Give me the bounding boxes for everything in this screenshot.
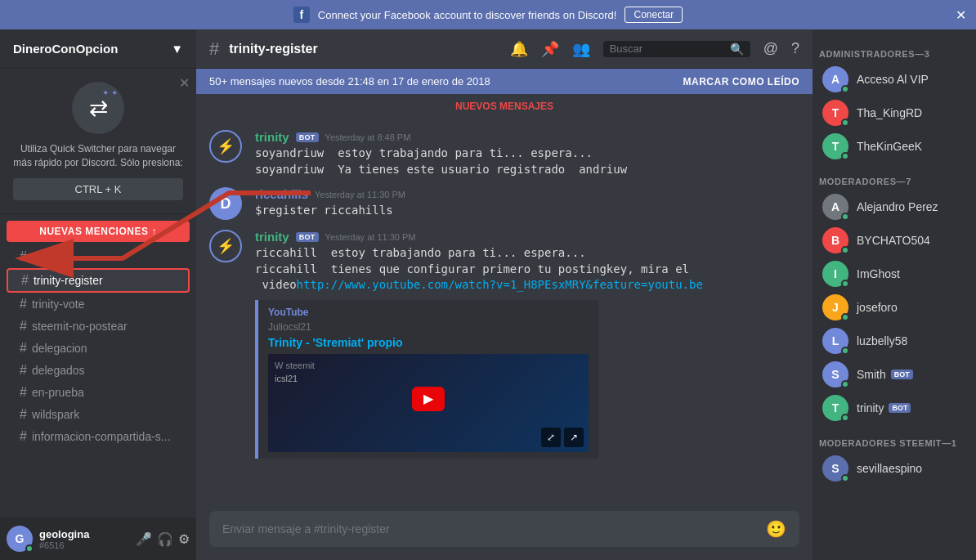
member-avatar: A [822, 194, 848, 220]
member-item-bychato504[interactable]: B BYCHATO504 [816, 224, 973, 257]
member-name: Alejandro Perez [857, 200, 938, 213]
message-group-0: ⚡ trinity BOT Yesterday at 8:48 PM soyan… [196, 125, 813, 182]
channel-name: trinity-register [229, 42, 317, 56]
member-item-trinity[interactable]: T trinity BOT [816, 392, 973, 424]
member-avatar: J [822, 294, 848, 320]
member-status [841, 414, 849, 422]
member-item-joseforo[interactable]: J joseforo [816, 291, 973, 324]
member-item-acceso-al-vip[interactable]: A Acceso Al VIP [816, 63, 973, 96]
at-icon[interactable]: @ [763, 40, 778, 57]
yt-source: YouTube [268, 307, 589, 318]
current-user-tag: #6516 [39, 540, 129, 550]
yt-expand-icon[interactable]: ⤢ [541, 428, 561, 447]
channel-label: steemit [32, 250, 69, 263]
help-icon[interactable]: ? [791, 40, 799, 57]
message-username[interactable]: trinity [255, 130, 289, 144]
member-item-alejandro-perez[interactable]: A Alejandro Perez [816, 190, 973, 223]
bell-icon[interactable]: 🔔 [510, 40, 528, 58]
member-name: trinity [857, 401, 884, 414]
new-messages-text: 50+ mensajes nuevos desde 21:48 en 17 de… [209, 75, 490, 87]
member-avatar: I [822, 261, 848, 287]
member-avatar: T [822, 100, 848, 126]
member-avatar: S [822, 455, 848, 482]
member-avatar: B [822, 227, 848, 253]
search-bar[interactable]: 🔍 [603, 41, 750, 57]
message-input-box: 🙂 [209, 511, 799, 547]
member-status [841, 213, 849, 221]
close-quickswitcher-icon[interactable]: ✕ [179, 75, 190, 91]
new-messages-label: NUEVOS MENSAJES [455, 101, 553, 112]
message-timestamp: Yesterday at 11:30 PM [315, 190, 405, 199]
deafen-icon[interactable]: 🎧 [157, 531, 173, 547]
pin-icon[interactable]: 📌 [541, 40, 559, 58]
member-item-thekingeek[interactable]: T TheKinGeeK [816, 130, 973, 163]
member-name: TheKinGeeK [857, 140, 922, 153]
mark-read-button[interactable]: MARCAR COMO LEÍDO [683, 76, 800, 87]
member-item-luzbelly58[interactable]: L luzbelly58 [816, 325, 973, 357]
member-item-tha_kingrd[interactable]: T Tha_KingRD [816, 96, 973, 129]
channel-item-delegados[interactable]: #delegados [7, 360, 190, 381]
message-header: trinity BOT Yesterday at 8:48 PM [255, 130, 799, 144]
quick-switcher-box: ✕ ⇄ ✦ ✦ Utiliza Quick Switcher para nave… [0, 69, 196, 214]
member-item-imghost[interactable]: I ImGhost [816, 258, 973, 290]
channel-item-trinity-vote[interactable]: #trinity-vote [7, 293, 190, 315]
user-bar: G geologina #6516 🎤 🎧 ⚙ [0, 517, 196, 560]
mute-icon[interactable]: 🎤 [136, 531, 152, 547]
new-mentions-button[interactable]: NUEVAS MENCIONES ↑ [7, 221, 190, 242]
channel-label: informacion-compartida-s... [32, 430, 171, 443]
user-settings-icon[interactable]: ⚙ [178, 531, 190, 547]
message-text: riccahill estoy trabajando para ti... es… [255, 245, 799, 262]
message-input[interactable] [222, 522, 756, 535]
new-messages-banner: 50+ mensajes nuevos desde 21:48 en 17 de… [196, 69, 813, 94]
member-status [841, 246, 849, 254]
connect-facebook-button[interactable]: Conectar [625, 7, 683, 23]
member-category: MODERADORES—7 [813, 164, 976, 190]
close-notif-icon[interactable]: ✕ [956, 7, 966, 23]
channel-item-steemit[interactable]: #steemit [7, 246, 190, 267]
yt-external-icon[interactable]: ↗ [564, 428, 584, 447]
channel-item-informacion-compartida-s...[interactable]: #informacion-compartida-s... [7, 426, 190, 447]
message-username[interactable]: trinity [255, 230, 289, 244]
channel-item-steemit-no-postear[interactable]: #steemit-no-postear [7, 316, 190, 337]
search-input[interactable] [610, 43, 725, 55]
message-text: $register riccahills [255, 203, 799, 219]
channel-item-wildspark[interactable]: #wildspark [7, 404, 190, 425]
chevron-down-icon: ▼ [171, 42, 183, 56]
yt-title[interactable]: Trinity - 'Stremiat' propio [268, 336, 589, 349]
channel-item-en-prueba[interactable]: #en-prueba [7, 382, 190, 403]
link[interactable]: http://www.youtube.com/watch?v=1_H8PEsxM… [297, 278, 703, 291]
server-header[interactable]: DineroConOpcion ▼ [0, 29, 196, 69]
channel-item-trinity-register[interactable]: #trinity-register [7, 268, 190, 293]
quickswitcher-text: Utiliza Quick Switcher para navegar más … [13, 142, 183, 170]
message-group-1: D riccahills Yesterday at 11:30 PM $regi… [196, 182, 813, 225]
member-avatar: T [822, 395, 848, 421]
hash-icon: # [21, 273, 29, 288]
channel-list: #steemit#trinity-register#trinity-vote#s… [0, 245, 196, 517]
channel-label: steemit-no-postear [32, 320, 128, 333]
member-category: ADMINISTRADORES—3 [813, 36, 976, 62]
quickswitcher-shortcut-button[interactable]: CTRL + K [13, 178, 183, 200]
member-avatar: L [822, 328, 848, 354]
bot-badge: BOT [891, 370, 913, 379]
hash-icon: # [20, 363, 27, 378]
yt-play-button[interactable]: ▶ [412, 387, 445, 411]
search-icon: 🔍 [730, 43, 744, 56]
members-icon[interactable]: 👥 [572, 40, 590, 58]
avatar: G [7, 526, 33, 552]
channel-hash-icon: # [209, 38, 219, 60]
quickswitcher-icon: ⇄ ✦ ✦ [72, 82, 124, 134]
member-name: Acceso Al VIP [857, 73, 929, 86]
user-avatar: D [209, 187, 242, 220]
channel-header: # trinity-register 🔔 📌 👥 🔍 @ ? [196, 29, 813, 69]
emoji-button[interactable]: 🙂 [766, 519, 786, 539]
message-content: trinity BOT Yesterday at 8:48 PM soyandr… [255, 130, 799, 177]
channel-item-delegacion[interactable]: #delegacion [7, 338, 190, 359]
bot-badge: BOT [296, 232, 319, 242]
message-username[interactable]: riccahills [255, 187, 308, 201]
member-item-sevillaespino[interactable]: S sevillaespino [816, 452, 973, 485]
main-content: # trinity-register 🔔 📌 👥 🔍 @ ? 50+ mensa… [196, 29, 813, 560]
yt-thumbnail[interactable]: W steemit icsl21 ▶ ⤢ ↗ [268, 354, 589, 452]
server-name: DineroConOpcion [13, 42, 118, 56]
member-item-smith[interactable]: S Smith BOT [816, 358, 973, 391]
message-header: riccahills Yesterday at 11:30 PM [255, 187, 799, 201]
